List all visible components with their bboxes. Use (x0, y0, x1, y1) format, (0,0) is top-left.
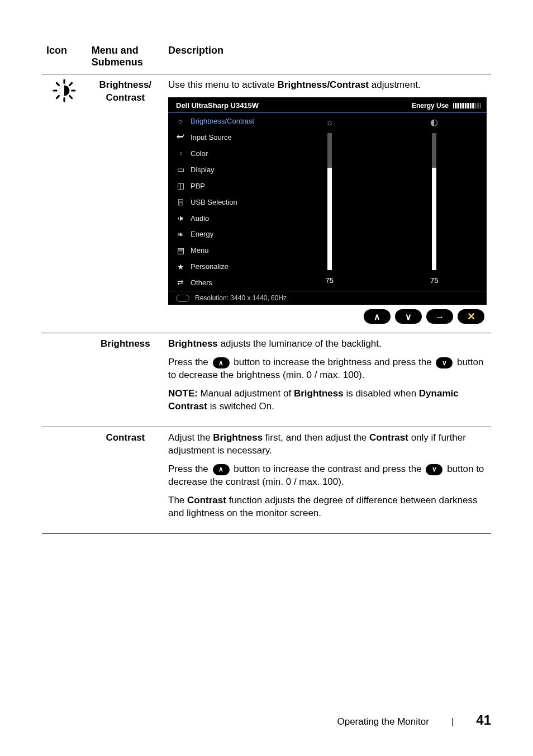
osd-next-button[interactable]: → (426, 309, 453, 324)
text-bold: Brightness (294, 388, 344, 399)
brightness-p1: Brightness adjusts the luminance of the … (168, 338, 487, 351)
osd-nav-input-source[interactable]: ⮨Input Source (168, 129, 277, 145)
row-contrast: Contrast Adjust the Brightness first, an… (42, 427, 491, 533)
osd-resolution-text: Resolution: 3440 x 1440, 60Hz (195, 294, 287, 303)
text: button to increase the contrast and pres… (231, 464, 425, 474)
osd-nav-energy[interactable]: ❧Energy (168, 226, 277, 243)
menu-label-contrast: Contrast (87, 427, 164, 533)
text: is disabled when (344, 388, 419, 399)
desc-brightness-contrast: Use this menu to activate Brightness/Con… (164, 74, 491, 333)
osd-product-name: Dell UltraSharp U3415W (176, 101, 259, 111)
svg-line-8 (57, 96, 59, 98)
menu-label-brightness-contrast: Brightness/ Contrast (87, 74, 164, 333)
nav-label: PBP (191, 181, 205, 191)
osd-nav-usb-selection[interactable]: ⌸USB Selection (168, 194, 277, 210)
osd-up-button[interactable]: ∧ (364, 309, 391, 324)
content-table: Icon Menu and Submenus Description (42, 45, 491, 534)
osd-sliders: ☼ 75 ◐ 75 (277, 113, 487, 291)
text: Manual adjustment of (198, 388, 294, 399)
page-footer: Operating the Monitor | 41 (42, 712, 491, 728)
text: button to increase the brightness and pr… (231, 357, 435, 367)
header-description: Description (164, 45, 491, 74)
star-icon: ★ (176, 262, 185, 272)
table-header-row: Icon Menu and Submenus Description (42, 45, 491, 74)
svg-line-6 (70, 96, 72, 98)
osd-close-button[interactable]: ✕ (458, 309, 484, 324)
osd-brightness-column: ☼ 75 (277, 113, 382, 291)
osd-down-button[interactable]: ∨ (395, 309, 422, 324)
nav-label: Others (191, 278, 212, 288)
svg-line-5 (57, 83, 59, 85)
header-menu: Menu and Submenus (87, 45, 164, 74)
desc-brightness: Brightness adjusts the luminance of the … (164, 333, 491, 427)
audio-icon: 🕩 (176, 213, 185, 224)
display-icon: ▭ (176, 164, 185, 175)
osd-nav-personalize[interactable]: ★Personalize (168, 259, 277, 275)
contrast-slider[interactable] (432, 133, 436, 270)
text: adjusts the luminance of the backlight. (218, 338, 382, 349)
osd-body: ☼Brightness/Contrast ⮨Input Source ⦂Colo… (168, 112, 487, 291)
input-source-icon: ⮨ (176, 132, 185, 143)
header-icon: Icon (42, 45, 87, 74)
energy-icon: ❧ (176, 229, 185, 240)
menu-label-brightness: Brightness (87, 333, 164, 427)
others-icon: ⇄ (176, 277, 185, 288)
osd-nav-audio[interactable]: 🕩Audio (168, 210, 277, 226)
osd-nav-menu[interactable]: ▤Menu (168, 243, 277, 259)
osd-energy-label: Energy Use (412, 101, 449, 110)
brightness-p2: Press the ∧ button to increase the brigh… (168, 356, 487, 382)
sun-icon: ☼ (176, 116, 185, 126)
nav-label: Color (191, 149, 208, 159)
brightness-contrast-icon (53, 79, 76, 102)
nav-label: Display (191, 165, 215, 175)
nav-label: Menu (191, 245, 209, 256)
osd-nav-brightness-contrast[interactable]: ☼Brightness/Contrast (168, 113, 277, 129)
usb-icon: ⌸ (176, 197, 185, 207)
contrast-icon: ◐ (430, 116, 438, 127)
osd-nav: ☼Brightness/Contrast ⮨Input Source ⦂Colo… (168, 113, 277, 291)
footer-page-number: 41 (476, 712, 491, 728)
row-brightness-contrast: Brightness/ Contrast Use this menu to ac… (42, 74, 491, 333)
page: Icon Menu and Submenus Description (0, 0, 533, 756)
color-icon: ⦂ (176, 148, 185, 159)
osd-panel: Dell UltraSharp U3415W Energy Use ☼Brigh… (168, 97, 487, 305)
svg-line-7 (70, 83, 72, 85)
text-bold: NOTE: (168, 388, 198, 399)
contrast-value: 75 (430, 276, 438, 286)
row-divider (42, 533, 491, 534)
brightness-slider[interactable] (327, 133, 332, 270)
nav-label: Audio (191, 214, 209, 224)
osd-nav-pbp[interactable]: ◫PBP (168, 178, 277, 194)
desc-contrast: Adjust the Brightness first, and then ad… (164, 427, 491, 533)
icon-cell-brightness-contrast (42, 74, 87, 333)
contrast-p3: The Contrast function adjusts the degree… (168, 494, 487, 520)
resolution-pill-icon (176, 295, 189, 302)
text: Press the (168, 464, 211, 474)
up-button-icon: ∧ (213, 357, 230, 368)
text-bold: Brightness/Contrast (278, 79, 369, 90)
osd-title-bar: Dell UltraSharp U3415W Energy Use (168, 97, 487, 113)
text: Use this menu to activate (168, 79, 278, 90)
brightness-icon: ☼ (325, 116, 334, 127)
energy-bars-icon (453, 103, 481, 108)
text-bold: Contrast (187, 495, 226, 505)
pbp-icon: ◫ (176, 181, 185, 191)
contrast-p2: Press the ∧ button to increase the contr… (168, 463, 487, 489)
text: is switched On. (207, 401, 274, 412)
osd-nav-others[interactable]: ⇄Others (168, 275, 277, 291)
bc-intro-text: Use this menu to activate Brightness/Con… (168, 79, 487, 92)
osd-nav-display[interactable]: ▭Display (168, 162, 277, 178)
text: first, and then adjust the (263, 432, 369, 443)
text: Press the (168, 357, 211, 367)
osd-external-buttons: ∧ ∨ → ✕ (168, 305, 487, 325)
osd-energy-indicator: Energy Use (412, 101, 481, 110)
nav-label: Brightness/Contrast (191, 116, 254, 126)
osd-nav-color[interactable]: ⦂Color (168, 145, 277, 162)
nav-label: USB Selection (191, 197, 237, 207)
text-bold: Brightness (168, 338, 218, 349)
up-button-icon: ∧ (213, 464, 230, 475)
row-brightness: Brightness Brightness adjusts the lumina… (42, 333, 491, 427)
osd-contrast-column: ◐ 75 (382, 113, 487, 291)
nav-label: Personalize (191, 262, 229, 272)
contrast-p1: Adjust the Brightness first, and then ad… (168, 432, 487, 457)
